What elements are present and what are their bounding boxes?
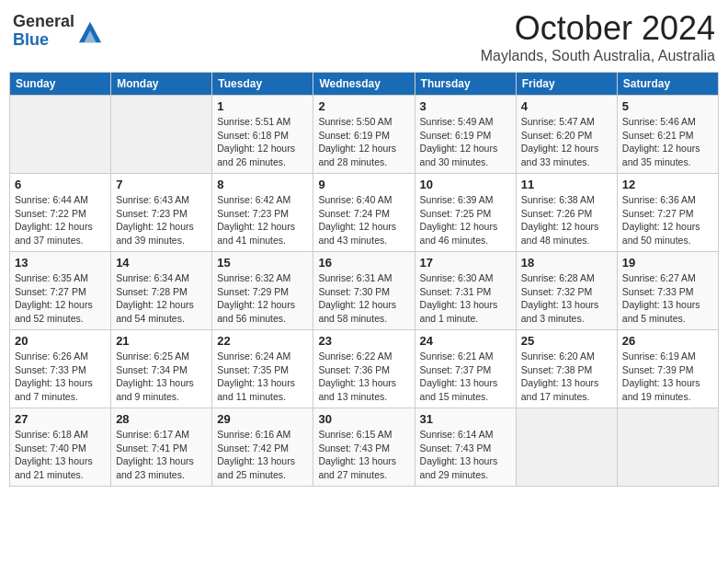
day-number: 15 — [217, 256, 308, 270]
day-info: Sunrise: 6:19 AM Sunset: 7:39 PM Dayligh… — [622, 350, 713, 404]
calendar-cell: 30Sunrise: 6:15 AM Sunset: 7:43 PM Dayli… — [313, 408, 415, 487]
day-info: Sunrise: 6:16 AM Sunset: 7:42 PM Dayligh… — [217, 428, 308, 482]
day-info: Sunrise: 6:30 AM Sunset: 7:31 PM Dayligh… — [420, 271, 511, 326]
day-number: 19 — [622, 256, 713, 270]
day-info: Sunrise: 6:20 AM Sunset: 7:38 PM Dayligh… — [521, 350, 612, 404]
calendar-week-row: 13Sunrise: 6:35 AM Sunset: 7:27 PM Dayli… — [10, 252, 719, 330]
day-info: Sunrise: 5:49 AM Sunset: 6:19 PM Dayligh… — [420, 115, 511, 169]
day-info: Sunrise: 6:42 AM Sunset: 7:23 PM Dayligh… — [217, 193, 308, 247]
day-number: 25 — [521, 334, 612, 348]
day-info: Sunrise: 6:40 AM Sunset: 7:24 PM Dayligh… — [318, 193, 409, 247]
calendar-week-row: 27Sunrise: 6:18 AM Sunset: 7:40 PM Dayli… — [10, 408, 719, 487]
day-info: Sunrise: 6:27 AM Sunset: 7:33 PM Dayligh… — [622, 271, 713, 326]
calendar-cell: 9Sunrise: 6:40 AM Sunset: 7:24 PM Daylig… — [313, 174, 415, 252]
day-info: Sunrise: 6:17 AM Sunset: 7:41 PM Dayligh… — [116, 428, 207, 482]
day-info: Sunrise: 5:50 AM Sunset: 6:19 PM Dayligh… — [318, 115, 409, 169]
day-number: 5 — [622, 99, 713, 113]
day-number: 30 — [318, 412, 409, 426]
day-number: 28 — [116, 412, 207, 426]
day-number: 2 — [318, 99, 409, 113]
day-info: Sunrise: 6:44 AM Sunset: 7:22 PM Dayligh… — [15, 193, 106, 247]
day-info: Sunrise: 6:34 AM Sunset: 7:28 PM Dayligh… — [116, 271, 207, 326]
day-number: 13 — [15, 256, 106, 270]
weekday-header-monday: Monday — [111, 73, 212, 96]
calendar-cell: 22Sunrise: 6:24 AM Sunset: 7:35 PM Dayli… — [212, 330, 313, 408]
logo-icon — [77, 18, 103, 44]
day-number: 31 — [420, 412, 511, 426]
day-info: Sunrise: 6:43 AM Sunset: 7:23 PM Dayligh… — [116, 193, 207, 247]
day-number: 27 — [15, 412, 106, 426]
day-number: 18 — [521, 256, 612, 270]
calendar-cell: 8Sunrise: 6:42 AM Sunset: 7:23 PM Daylig… — [212, 174, 313, 252]
weekday-header-tuesday: Tuesday — [212, 73, 313, 96]
day-number: 8 — [217, 178, 308, 191]
calendar-cell: 10Sunrise: 6:39 AM Sunset: 7:25 PM Dayli… — [415, 174, 516, 252]
calendar-cell: 24Sunrise: 6:21 AM Sunset: 7:37 PM Dayli… — [415, 330, 516, 408]
day-number: 16 — [318, 256, 409, 270]
day-number: 22 — [217, 334, 308, 348]
calendar-table: SundayMondayTuesdayWednesdayThursdayFrid… — [9, 72, 719, 487]
calendar-cell: 4Sunrise: 5:47 AM Sunset: 6:20 PM Daylig… — [516, 96, 617, 174]
calendar-cell: 1Sunrise: 5:51 AM Sunset: 6:18 PM Daylig… — [212, 96, 313, 174]
calendar-cell — [111, 96, 212, 174]
day-info: Sunrise: 6:32 AM Sunset: 7:29 PM Dayligh… — [217, 271, 308, 326]
weekday-header-saturday: Saturday — [617, 73, 718, 96]
day-info: Sunrise: 6:21 AM Sunset: 7:37 PM Dayligh… — [420, 350, 511, 404]
day-info: Sunrise: 6:39 AM Sunset: 7:25 PM Dayligh… — [420, 193, 511, 247]
calendar-cell: 20Sunrise: 6:26 AM Sunset: 7:33 PM Dayli… — [10, 330, 111, 408]
day-info: Sunrise: 6:28 AM Sunset: 7:32 PM Dayligh… — [521, 271, 612, 326]
calendar-cell: 3Sunrise: 5:49 AM Sunset: 6:19 PM Daylig… — [415, 96, 516, 174]
weekday-header-friday: Friday — [516, 73, 617, 96]
calendar-cell: 14Sunrise: 6:34 AM Sunset: 7:28 PM Dayli… — [111, 252, 212, 330]
location-title: Maylands, South Australia, Australia — [481, 48, 715, 64]
calendar-cell: 19Sunrise: 6:27 AM Sunset: 7:33 PM Dayli… — [617, 252, 718, 330]
day-info: Sunrise: 6:35 AM Sunset: 7:27 PM Dayligh… — [15, 271, 106, 326]
calendar-cell — [516, 408, 617, 487]
day-number: 1 — [217, 99, 308, 113]
day-number: 21 — [116, 334, 207, 348]
calendar-cell: 7Sunrise: 6:43 AM Sunset: 7:23 PM Daylig… — [111, 174, 212, 252]
logo: General Blue — [13, 13, 103, 50]
day-info: Sunrise: 6:15 AM Sunset: 7:43 PM Dayligh… — [318, 428, 409, 482]
calendar-week-row: 1Sunrise: 5:51 AM Sunset: 6:18 PM Daylig… — [10, 96, 719, 174]
calendar-cell: 17Sunrise: 6:30 AM Sunset: 7:31 PM Dayli… — [415, 252, 516, 330]
calendar-cell: 18Sunrise: 6:28 AM Sunset: 7:32 PM Dayli… — [516, 252, 617, 330]
weekday-header-row: SundayMondayTuesdayWednesdayThursdayFrid… — [10, 73, 719, 96]
calendar-cell: 6Sunrise: 6:44 AM Sunset: 7:22 PM Daylig… — [10, 174, 111, 252]
day-number: 3 — [420, 99, 511, 113]
calendar-week-row: 20Sunrise: 6:26 AM Sunset: 7:33 PM Dayli… — [10, 330, 719, 408]
weekday-header-thursday: Thursday — [415, 73, 516, 96]
day-number: 24 — [420, 334, 511, 348]
calendar-cell: 5Sunrise: 5:46 AM Sunset: 6:21 PM Daylig… — [617, 96, 718, 174]
calendar-cell: 23Sunrise: 6:22 AM Sunset: 7:36 PM Dayli… — [313, 330, 415, 408]
logo-blue-text: Blue — [13, 31, 74, 50]
page-header: General Blue October 2024 Maylands, Sout… — [9, 9, 719, 64]
day-number: 26 — [622, 334, 713, 348]
calendar-cell: 31Sunrise: 6:14 AM Sunset: 7:43 PM Dayli… — [415, 408, 516, 487]
calendar-cell: 26Sunrise: 6:19 AM Sunset: 7:39 PM Dayli… — [617, 330, 718, 408]
day-number: 10 — [420, 178, 511, 191]
day-info: Sunrise: 5:47 AM Sunset: 6:20 PM Dayligh… — [521, 115, 612, 169]
month-title: October 2024 — [481, 9, 715, 48]
day-number: 7 — [116, 178, 207, 191]
calendar-cell: 27Sunrise: 6:18 AM Sunset: 7:40 PM Dayli… — [10, 408, 111, 487]
weekday-header-sunday: Sunday — [10, 73, 111, 96]
calendar-cell: 2Sunrise: 5:50 AM Sunset: 6:19 PM Daylig… — [313, 96, 415, 174]
day-info: Sunrise: 5:51 AM Sunset: 6:18 PM Dayligh… — [217, 115, 308, 169]
day-info: Sunrise: 5:46 AM Sunset: 6:21 PM Dayligh… — [622, 115, 713, 169]
calendar-cell: 21Sunrise: 6:25 AM Sunset: 7:34 PM Dayli… — [111, 330, 212, 408]
day-info: Sunrise: 6:18 AM Sunset: 7:40 PM Dayligh… — [15, 428, 106, 482]
calendar-cell — [10, 96, 111, 174]
day-info: Sunrise: 6:24 AM Sunset: 7:35 PM Dayligh… — [217, 350, 308, 404]
calendar-week-row: 6Sunrise: 6:44 AM Sunset: 7:22 PM Daylig… — [10, 174, 719, 252]
day-info: Sunrise: 6:25 AM Sunset: 7:34 PM Dayligh… — [116, 350, 207, 404]
day-info: Sunrise: 6:38 AM Sunset: 7:26 PM Dayligh… — [521, 193, 612, 247]
day-info: Sunrise: 6:26 AM Sunset: 7:33 PM Dayligh… — [15, 350, 106, 404]
calendar-cell: 29Sunrise: 6:16 AM Sunset: 7:42 PM Dayli… — [212, 408, 313, 487]
calendar-cell: 25Sunrise: 6:20 AM Sunset: 7:38 PM Dayli… — [516, 330, 617, 408]
calendar-cell: 28Sunrise: 6:17 AM Sunset: 7:41 PM Dayli… — [111, 408, 212, 487]
title-area: October 2024 Maylands, South Australia, … — [481, 9, 715, 64]
day-info: Sunrise: 6:22 AM Sunset: 7:36 PM Dayligh… — [318, 350, 409, 404]
day-number: 6 — [15, 178, 106, 191]
day-info: Sunrise: 6:14 AM Sunset: 7:43 PM Dayligh… — [420, 428, 511, 482]
